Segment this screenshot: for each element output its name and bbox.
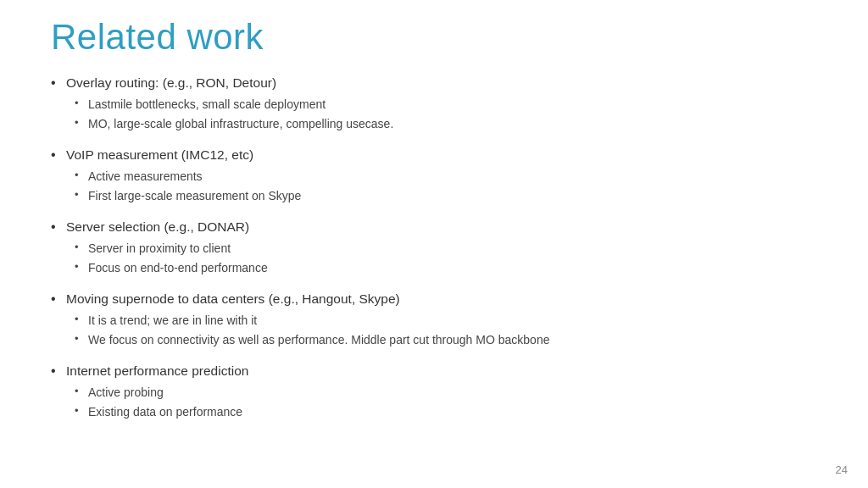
main-item-label-1: VoIP measurement (IMC12, etc) bbox=[66, 147, 253, 162]
sub-list-3: It is a trend; we are in line with itWe … bbox=[75, 311, 817, 349]
main-list-item-2: Server selection (e.g., DONAR)Server in … bbox=[51, 217, 817, 277]
main-item-label-0: Overlay routing: (e.g., RON, Detour) bbox=[66, 75, 276, 90]
main-list: Overlay routing: (e.g., RON, Detour)Last… bbox=[51, 73, 817, 421]
sub-list-item-1-1: First large-scale measurement on Skype bbox=[75, 186, 817, 205]
main-item-label-3: Moving supernode to data centers (e.g., … bbox=[66, 291, 400, 306]
sub-list-item-3-1: We focus on connectivity as well as perf… bbox=[75, 330, 817, 349]
main-list-item-4: Internet performance predictionActive pr… bbox=[51, 361, 817, 421]
main-item-label-2: Server selection (e.g., DONAR) bbox=[66, 219, 249, 234]
slide-title: Related work bbox=[51, 17, 817, 58]
sub-list-1: Active measurementsFirst large-scale mea… bbox=[75, 167, 817, 205]
sub-list-item-2-0: Server in proximity to client bbox=[75, 239, 817, 258]
page-number: 24 bbox=[836, 463, 848, 476]
sub-list-0: Lastmile bottlenecks, small scale deploy… bbox=[75, 95, 817, 133]
sub-list-item-0-0: Lastmile bottlenecks, small scale deploy… bbox=[75, 95, 817, 114]
main-item-label-4: Internet performance prediction bbox=[66, 363, 248, 378]
sub-list-item-0-1: MO, large-scale global infrastructure, c… bbox=[75, 114, 817, 133]
main-list-item-3: Moving supernode to data centers (e.g., … bbox=[51, 289, 817, 349]
sub-list-item-4-1: Existing data on performance bbox=[75, 402, 817, 421]
sub-list-item-3-0: It is a trend; we are in line with it bbox=[75, 311, 817, 330]
sub-list-4: Active probingExisting data on performan… bbox=[75, 383, 817, 421]
main-list-item-0: Overlay routing: (e.g., RON, Detour)Last… bbox=[51, 73, 817, 133]
sub-list-item-1-0: Active measurements bbox=[75, 167, 817, 186]
sub-list-item-2-1: Focus on end-to-end performance bbox=[75, 258, 817, 277]
sub-list-item-4-0: Active probing bbox=[75, 383, 817, 402]
slide-content: Overlay routing: (e.g., RON, Detour)Last… bbox=[51, 73, 817, 421]
slide: Related work Overlay routing: (e.g., RON… bbox=[0, 0, 868, 488]
sub-list-2: Server in proximity to clientFocus on en… bbox=[75, 239, 817, 277]
main-list-item-1: VoIP measurement (IMC12, etc)Active meas… bbox=[51, 145, 817, 205]
